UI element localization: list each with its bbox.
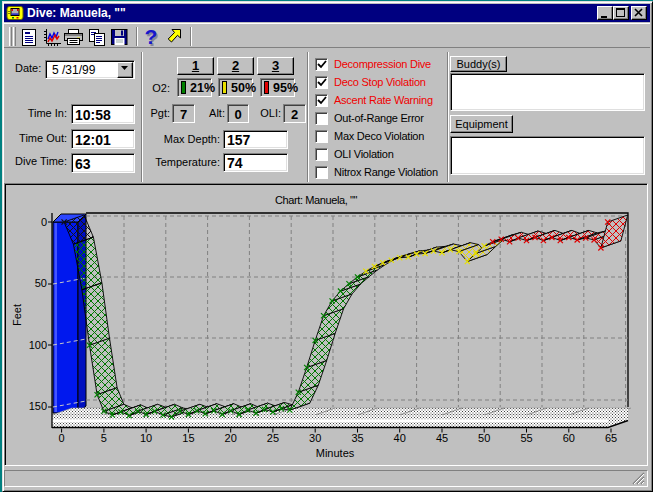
svg-text:40: 40 [394,432,406,444]
svg-text:Chart: Manuela, "": Chart: Manuela, "" [275,194,357,206]
svg-text:100: 100 [29,339,47,351]
svg-text:25: 25 [267,432,279,444]
svg-text:35: 35 [351,432,363,444]
svg-text:150: 150 [29,400,47,412]
svg-text:50: 50 [35,277,47,289]
svg-text:50: 50 [478,432,490,444]
svg-text:30: 30 [309,432,321,444]
svg-text:55: 55 [520,432,532,444]
svg-text:5: 5 [101,432,107,444]
svg-text:20: 20 [225,432,237,444]
svg-text:60: 60 [563,432,575,444]
svg-text:Feet: Feet [11,304,23,326]
svg-text:Minutes: Minutes [316,447,355,459]
svg-text:10: 10 [140,432,152,444]
svg-text:65: 65 [605,432,617,444]
svg-text:0: 0 [41,216,47,228]
svg-text:15: 15 [182,432,194,444]
svg-text:0: 0 [59,432,65,444]
svg-text:45: 45 [436,432,448,444]
